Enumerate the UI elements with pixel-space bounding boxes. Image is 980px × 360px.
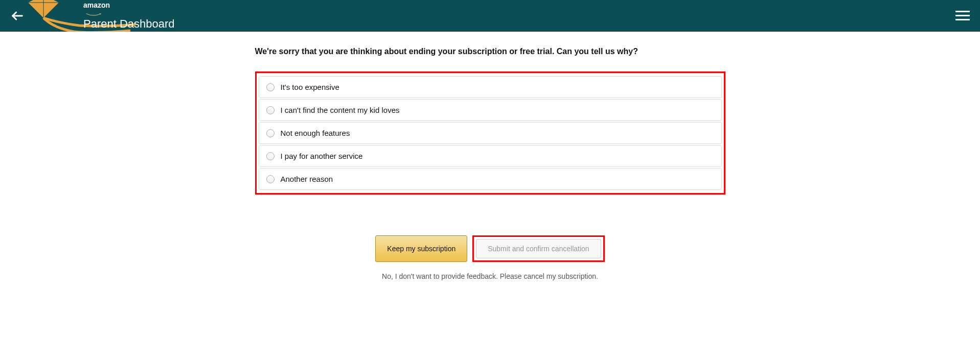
- reason-option-too-expensive[interactable]: It's too expensive: [259, 76, 722, 98]
- submit-button-highlight: Submit and confirm cancellation: [472, 235, 604, 262]
- skip-feedback-link[interactable]: No, I don't want to provide feedback. Pl…: [255, 272, 725, 280]
- keep-subscription-button[interactable]: Keep my subscription: [375, 235, 467, 262]
- reason-label: Not enough features: [281, 129, 350, 137]
- svg-rect-5: [955, 15, 970, 16]
- app-header: amazon Parent Dashboard: [0, 0, 980, 32]
- main-content: We're sorry that you are thinking about …: [235, 32, 746, 296]
- radio-icon: [266, 129, 275, 137]
- radio-icon: [266, 83, 275, 91]
- header-left: amazon Parent Dashboard: [10, 1, 175, 31]
- action-buttons-row: Keep my subscription Submit and confirm …: [255, 235, 725, 262]
- reason-label: It's too expensive: [281, 83, 339, 91]
- amazon-smile-icon: [83, 13, 104, 16]
- submit-cancellation-button[interactable]: Submit and confirm cancellation: [476, 239, 601, 258]
- reason-option-another-service[interactable]: I pay for another service: [259, 145, 722, 167]
- reason-option-content[interactable]: I can't find the content my kid loves: [259, 99, 722, 121]
- cancellation-prompt: We're sorry that you are thinking about …: [255, 47, 725, 56]
- reason-label: I pay for another service: [281, 152, 363, 160]
- reason-label: Another reason: [281, 175, 333, 183]
- reason-label: I can't find the content my kid loves: [281, 106, 400, 114]
- radio-icon: [266, 175, 275, 183]
- back-arrow-icon[interactable]: [10, 9, 25, 23]
- radio-icon: [266, 106, 275, 114]
- reason-option-another-reason[interactable]: Another reason: [259, 168, 722, 190]
- svg-rect-6: [955, 19, 970, 20]
- brand-dashboard-label: Parent Dashboard: [83, 17, 175, 31]
- svg-rect-4: [955, 11, 970, 12]
- brand-amazon-label: amazon: [83, 1, 175, 9]
- reason-option-features[interactable]: Not enough features: [259, 122, 722, 144]
- hamburger-menu-icon[interactable]: [955, 10, 970, 22]
- brand-text: amazon Parent Dashboard: [83, 1, 175, 31]
- radio-icon: [266, 152, 275, 160]
- cancellation-reasons-group: It's too expensive I can't find the cont…: [255, 71, 725, 195]
